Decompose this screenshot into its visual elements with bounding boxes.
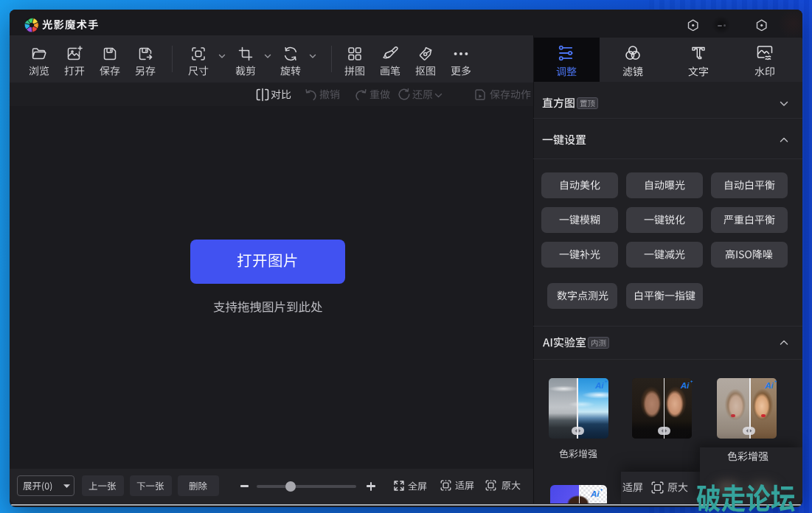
svg-text:Ai: Ai bbox=[764, 381, 774, 390]
svg-text:Ai: Ai bbox=[680, 381, 690, 390]
svg-text:Ai: Ai bbox=[594, 381, 604, 390]
svg-text:Ai: Ai bbox=[590, 489, 600, 498]
